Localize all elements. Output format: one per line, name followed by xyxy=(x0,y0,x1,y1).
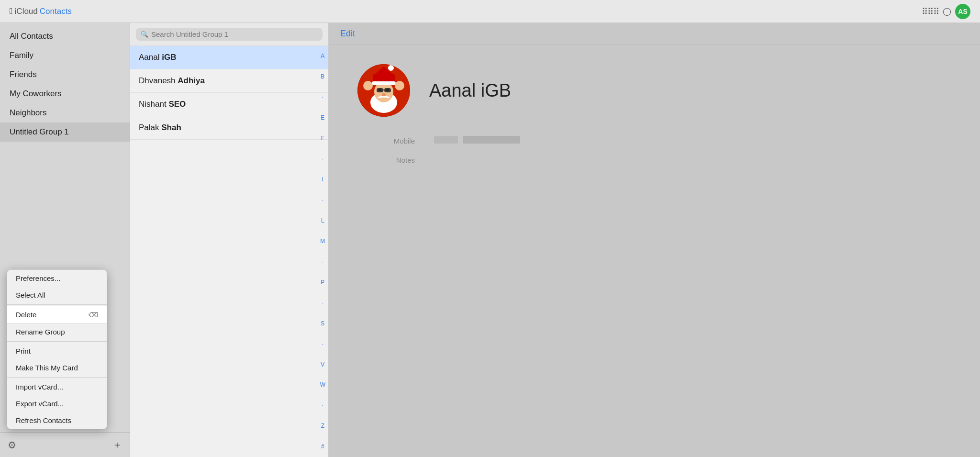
detail-body: Aanal iGB Mobile Notes xyxy=(329,45,980,457)
search-bar: 🔍 xyxy=(130,23,328,46)
contacts-scroll: Aanal iGB Dhvanesh Adhiya Nishant SEO Pa… xyxy=(130,46,328,457)
svg-rect-10 xyxy=(384,88,391,92)
user-avatar[interactable]: AS xyxy=(955,4,970,19)
context-menu-refresh-contacts[interactable]: Refresh Contacts xyxy=(7,412,107,429)
search-input-wrapper[interactable]: 🔍 xyxy=(136,28,323,41)
add-contact-button[interactable]: ＋ xyxy=(112,438,122,451)
sidebar: All Contacts Family Friends My Coworkers… xyxy=(0,23,130,457)
contact-item-nishant-seo[interactable]: Nishant SEO xyxy=(130,93,328,116)
sidebar-footer: ⚙ ＋ xyxy=(0,432,130,457)
sidebar-item-friends[interactable]: Friends xyxy=(0,65,130,84)
index-letter-dot6: · xyxy=(322,341,323,347)
index-letter-s[interactable]: S xyxy=(321,321,324,326)
context-menu-delete-label: Delete xyxy=(16,311,36,319)
contact-item-dhvanesh-adhiya[interactable]: Dhvanesh Adhiya xyxy=(130,69,328,93)
context-menu-select-all[interactable]: Select All xyxy=(7,287,107,303)
sidebar-item-my-coworkers[interactable]: My Coworkers xyxy=(0,84,130,103)
contact-list-panel: 🔍 Aanal iGB Dhvanesh Adhiya Nishant SEO … xyxy=(130,23,329,457)
context-menu-refresh-contacts-label: Refresh Contacts xyxy=(16,416,71,424)
search-icon: 🔍 xyxy=(141,31,148,38)
index-letter-i[interactable]: I xyxy=(322,177,323,182)
contact-name: Aanal iGB xyxy=(429,80,511,101)
index-letter-dot1: · xyxy=(322,94,323,100)
context-menu-export-vcard[interactable]: Export vCard... xyxy=(7,395,107,412)
app-logo:  iCloud Contacts xyxy=(10,6,72,16)
svg-point-6 xyxy=(388,65,394,71)
context-menu-preferences[interactable]: Preferences... xyxy=(7,270,107,287)
detail-panel: Edit xyxy=(329,23,980,457)
index-letter-v[interactable]: V xyxy=(321,362,324,368)
context-menu-divider-2 xyxy=(7,341,107,342)
svg-point-13 xyxy=(363,81,373,90)
contact-last-name: iGB xyxy=(162,53,176,62)
index-letter-z[interactable]: Z xyxy=(321,423,324,429)
svg-rect-5 xyxy=(372,81,396,85)
index-letter-b[interactable]: B xyxy=(321,74,324,79)
search-input[interactable] xyxy=(151,30,318,38)
context-menu: Preferences... Select All Delete ⌫ Renam… xyxy=(7,269,107,429)
contact-last-name: SEO xyxy=(168,100,186,109)
contact-header: Aanal iGB xyxy=(357,64,951,117)
contact-avatar xyxy=(357,64,410,117)
sidebar-item-family[interactable]: Family xyxy=(0,46,130,65)
edit-button[interactable]: Edit xyxy=(340,29,355,39)
contact-first-name: Palak xyxy=(139,123,161,132)
index-letter-dot2: · xyxy=(322,156,323,162)
mobile-field: Mobile xyxy=(357,136,951,145)
context-menu-delete[interactable]: Delete ⌫ xyxy=(7,306,107,323)
icloud-label: iCloud xyxy=(15,7,38,16)
contact-first-name: Dhvanesh xyxy=(139,76,178,85)
contact-first-name: Nishant xyxy=(139,100,168,109)
contact-last-name: Adhiya xyxy=(178,76,205,85)
svg-rect-9 xyxy=(377,88,383,92)
index-letter-p[interactable]: P xyxy=(321,279,324,285)
mobile-value-blurred-sm xyxy=(434,136,458,144)
context-menu-import-vcard-label: Import vCard... xyxy=(16,383,63,391)
index-letter-e[interactable]: E xyxy=(321,115,324,121)
sidebar-item-neighbors[interactable]: Neighbors xyxy=(0,103,130,123)
sidebar-item-untitled-group-1[interactable]: Untitled Group 1 xyxy=(0,123,130,142)
contact-item-palak-shah[interactable]: Palak Shah xyxy=(130,116,328,140)
index-letter-hash[interactable]: # xyxy=(321,444,324,449)
svg-point-14 xyxy=(395,81,404,90)
context-menu-rename-group[interactable]: Rename Group xyxy=(7,323,107,340)
context-menu-rename-group-label: Rename Group xyxy=(16,328,65,336)
index-letter-dot4: · xyxy=(322,259,323,265)
context-menu-divider-1 xyxy=(7,304,107,305)
context-menu-preferences-label: Preferences... xyxy=(16,274,60,282)
apple-icon:  xyxy=(10,6,13,16)
index-letter-a[interactable]: A xyxy=(321,53,324,59)
index-letter-dot3: · xyxy=(322,197,323,203)
index-letter-f[interactable]: F xyxy=(321,135,324,141)
index-letter-w[interactable]: W xyxy=(320,382,325,388)
context-menu-make-this-my-card-label: Make This My Card xyxy=(16,364,78,372)
context-menu-select-all-label: Select All xyxy=(16,291,45,299)
settings-button[interactable]: ⚙ xyxy=(8,439,16,451)
context-menu-print[interactable]: Print xyxy=(7,343,107,359)
notes-label: Notes xyxy=(357,155,415,164)
contact-last-name: Shah xyxy=(161,123,181,132)
delete-icon: ⌫ xyxy=(89,311,98,319)
main-layout: All Contacts Family Friends My Coworkers… xyxy=(0,23,980,457)
top-bar:  iCloud Contacts ⠿⠿⠿ ◯ AS xyxy=(0,0,980,23)
contact-first-name: Aanal xyxy=(139,53,162,62)
contact-item-aanal-igb[interactable]: Aanal iGB xyxy=(130,46,328,69)
index-letter-dot5: · xyxy=(322,300,323,306)
context-menu-print-label: Print xyxy=(16,347,31,355)
sidebar-item-all-contacts[interactable]: All Contacts xyxy=(0,27,130,46)
index-letter-m[interactable]: M xyxy=(320,238,325,244)
mobile-value xyxy=(434,136,520,145)
index-letter-dot7: · xyxy=(322,402,323,408)
context-menu-make-this-my-card[interactable]: Make This My Card xyxy=(7,359,107,376)
contacts-label: Contacts xyxy=(40,7,72,16)
context-menu-import-vcard[interactable]: Import vCard... xyxy=(7,379,107,395)
context-menu-divider-3 xyxy=(7,377,107,378)
clock-icon[interactable]: ◯ xyxy=(943,7,951,16)
index-letter-l[interactable]: L xyxy=(321,218,324,223)
detail-header: Edit xyxy=(329,23,980,45)
notes-field: Notes xyxy=(357,155,951,164)
svg-point-12 xyxy=(382,93,386,96)
grid-icon[interactable]: ⠿⠿⠿ xyxy=(922,6,939,17)
mobile-value-blurred xyxy=(463,136,520,144)
context-menu-export-vcard-label: Export vCard... xyxy=(16,400,64,408)
